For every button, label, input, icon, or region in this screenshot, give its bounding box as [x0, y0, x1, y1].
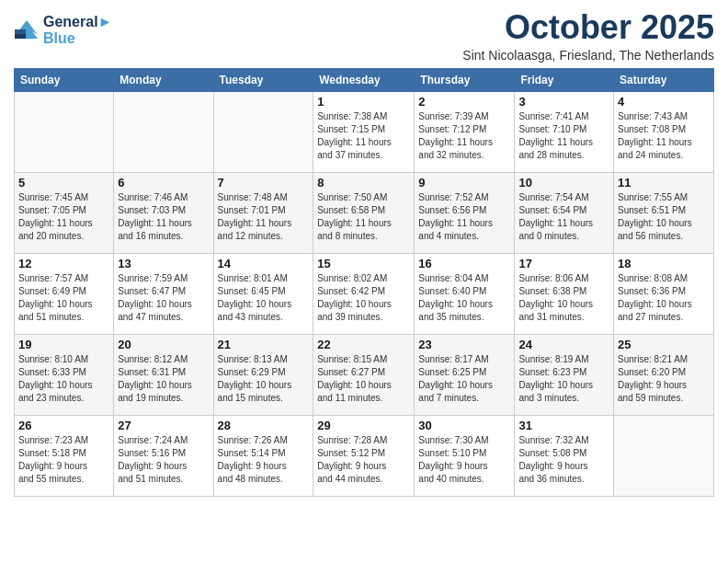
calendar-week-3: 19Sunrise: 8:10 AM Sunset: 6:33 PM Dayli…	[15, 334, 714, 415]
day-number: 1	[317, 95, 410, 109]
calendar-cell: 5Sunrise: 7:45 AM Sunset: 7:05 PM Daylig…	[15, 172, 114, 253]
day-number: 6	[118, 176, 209, 190]
day-number: 2	[418, 95, 510, 109]
calendar-cell: 26Sunrise: 7:23 AM Sunset: 5:18 PM Dayli…	[15, 415, 114, 496]
calendar-cell: 7Sunrise: 7:48 AM Sunset: 7:01 PM Daylig…	[213, 172, 313, 253]
day-info: Sunrise: 8:04 AM Sunset: 6:40 PM Dayligh…	[418, 272, 510, 324]
day-info: Sunrise: 7:23 AM Sunset: 5:18 PM Dayligh…	[18, 434, 109, 486]
calendar-cell: 15Sunrise: 8:02 AM Sunset: 6:42 PM Dayli…	[313, 253, 415, 334]
day-number: 5	[18, 176, 109, 190]
calendar-cell: 9Sunrise: 7:52 AM Sunset: 6:56 PM Daylig…	[415, 172, 515, 253]
calendar-cell: 25Sunrise: 8:21 AM Sunset: 6:20 PM Dayli…	[614, 334, 714, 415]
day-info: Sunrise: 7:54 AM Sunset: 6:54 PM Dayligh…	[518, 191, 609, 243]
logo: General► Blue	[14, 13, 112, 47]
day-info: Sunrise: 8:02 AM Sunset: 6:42 PM Dayligh…	[317, 272, 410, 324]
calendar-cell: 16Sunrise: 8:04 AM Sunset: 6:40 PM Dayli…	[415, 253, 515, 334]
day-info: Sunrise: 8:12 AM Sunset: 6:31 PM Dayligh…	[118, 353, 209, 405]
calendar-cell: 30Sunrise: 7:30 AM Sunset: 5:10 PM Dayli…	[415, 415, 515, 496]
calendar: Sunday Monday Tuesday Wednesday Thursday…	[14, 68, 714, 497]
day-number: 9	[418, 176, 510, 190]
day-info: Sunrise: 7:45 AM Sunset: 7:05 PM Dayligh…	[18, 191, 109, 243]
day-number: 31	[518, 419, 609, 432]
day-number: 12	[18, 257, 109, 270]
day-info: Sunrise: 7:59 AM Sunset: 6:47 PM Dayligh…	[118, 272, 209, 324]
calendar-cell: 21Sunrise: 8:13 AM Sunset: 6:29 PM Dayli…	[213, 334, 313, 415]
weekday-header-row: Sunday Monday Tuesday Wednesday Thursday…	[15, 68, 714, 91]
day-number: 14	[218, 257, 310, 270]
day-number: 27	[118, 419, 209, 432]
day-number: 11	[618, 176, 710, 190]
day-number: 18	[618, 257, 710, 270]
day-number: 25	[618, 338, 710, 351]
day-info: Sunrise: 8:10 AM Sunset: 6:33 PM Dayligh…	[18, 353, 109, 405]
header: General► Blue October 2025 Sint Nicolaas…	[14, 9, 714, 63]
page: General► Blue October 2025 Sint Nicolaas…	[0, 0, 728, 563]
day-number: 8	[317, 176, 410, 190]
title-block: October 2025 Sint Nicolaasga, Friesland,…	[462, 9, 714, 63]
day-number: 17	[518, 257, 609, 270]
day-number: 15	[317, 257, 410, 270]
header-wednesday: Wednesday	[313, 68, 415, 91]
calendar-cell: 3Sunrise: 7:41 AM Sunset: 7:10 PM Daylig…	[515, 91, 614, 172]
day-number: 28	[218, 419, 310, 432]
month-title: October 2025	[462, 9, 714, 46]
day-info: Sunrise: 7:32 AM Sunset: 5:08 PM Dayligh…	[518, 434, 609, 486]
calendar-cell: 24Sunrise: 8:19 AM Sunset: 6:23 PM Dayli…	[515, 334, 614, 415]
day-info: Sunrise: 7:55 AM Sunset: 6:51 PM Dayligh…	[618, 191, 710, 243]
day-info: Sunrise: 7:24 AM Sunset: 5:16 PM Dayligh…	[118, 434, 209, 486]
day-number: 7	[218, 176, 310, 190]
day-info: Sunrise: 8:08 AM Sunset: 6:36 PM Dayligh…	[618, 272, 710, 324]
calendar-cell: 1Sunrise: 7:38 AM Sunset: 7:15 PM Daylig…	[313, 91, 415, 172]
day-info: Sunrise: 7:48 AM Sunset: 7:01 PM Dayligh…	[218, 191, 310, 243]
day-info: Sunrise: 7:41 AM Sunset: 7:10 PM Dayligh…	[518, 110, 609, 162]
calendar-cell	[213, 91, 313, 172]
day-number: 13	[118, 257, 209, 270]
calendar-week-0: 1Sunrise: 7:38 AM Sunset: 7:15 PM Daylig…	[15, 91, 714, 172]
calendar-cell: 6Sunrise: 7:46 AM Sunset: 7:03 PM Daylig…	[114, 172, 213, 253]
day-info: Sunrise: 8:13 AM Sunset: 6:29 PM Dayligh…	[218, 353, 310, 405]
logo-text: General► Blue	[43, 13, 112, 47]
day-number: 10	[518, 176, 609, 190]
day-number: 29	[317, 419, 410, 432]
logo-icon	[14, 17, 40, 42]
header-friday: Friday	[515, 68, 614, 91]
calendar-cell: 10Sunrise: 7:54 AM Sunset: 6:54 PM Dayli…	[515, 172, 614, 253]
day-info: Sunrise: 8:21 AM Sunset: 6:20 PM Dayligh…	[618, 353, 710, 405]
day-number: 16	[418, 257, 510, 270]
day-info: Sunrise: 8:17 AM Sunset: 6:25 PM Dayligh…	[418, 353, 510, 405]
calendar-cell: 31Sunrise: 7:32 AM Sunset: 5:08 PM Dayli…	[515, 415, 614, 496]
day-number: 30	[418, 419, 510, 432]
day-info: Sunrise: 8:19 AM Sunset: 6:23 PM Dayligh…	[518, 353, 609, 405]
day-number: 20	[118, 338, 209, 351]
calendar-cell: 29Sunrise: 7:28 AM Sunset: 5:12 PM Dayli…	[313, 415, 415, 496]
day-info: Sunrise: 7:57 AM Sunset: 6:49 PM Dayligh…	[18, 272, 109, 324]
day-number: 24	[518, 338, 609, 351]
calendar-cell	[15, 91, 114, 172]
header-saturday: Saturday	[614, 68, 714, 91]
day-info: Sunrise: 8:01 AM Sunset: 6:45 PM Dayligh…	[218, 272, 310, 324]
day-number: 21	[218, 338, 310, 351]
svg-rect-3	[15, 29, 26, 34]
calendar-cell: 27Sunrise: 7:24 AM Sunset: 5:16 PM Dayli…	[114, 415, 213, 496]
day-info: Sunrise: 7:30 AM Sunset: 5:10 PM Dayligh…	[418, 434, 510, 486]
day-info: Sunrise: 8:06 AM Sunset: 6:38 PM Dayligh…	[518, 272, 609, 324]
header-thursday: Thursday	[415, 68, 515, 91]
day-info: Sunrise: 7:52 AM Sunset: 6:56 PM Dayligh…	[418, 191, 510, 243]
calendar-week-2: 12Sunrise: 7:57 AM Sunset: 6:49 PM Dayli…	[15, 253, 714, 334]
calendar-cell: 18Sunrise: 8:08 AM Sunset: 6:36 PM Dayli…	[614, 253, 714, 334]
day-info: Sunrise: 7:28 AM Sunset: 5:12 PM Dayligh…	[317, 434, 410, 486]
calendar-cell: 12Sunrise: 7:57 AM Sunset: 6:49 PM Dayli…	[15, 253, 114, 334]
day-info: Sunrise: 7:26 AM Sunset: 5:14 PM Dayligh…	[218, 434, 310, 486]
day-info: Sunrise: 7:43 AM Sunset: 7:08 PM Dayligh…	[618, 110, 710, 162]
day-number: 23	[418, 338, 510, 351]
calendar-cell: 8Sunrise: 7:50 AM Sunset: 6:58 PM Daylig…	[313, 172, 415, 253]
day-number: 4	[618, 95, 710, 109]
calendar-week-1: 5Sunrise: 7:45 AM Sunset: 7:05 PM Daylig…	[15, 172, 714, 253]
day-info: Sunrise: 7:46 AM Sunset: 7:03 PM Dayligh…	[118, 191, 209, 243]
calendar-cell: 19Sunrise: 8:10 AM Sunset: 6:33 PM Dayli…	[15, 334, 114, 415]
calendar-cell: 28Sunrise: 7:26 AM Sunset: 5:14 PM Dayli…	[213, 415, 313, 496]
header-tuesday: Tuesday	[213, 68, 313, 91]
calendar-cell: 20Sunrise: 8:12 AM Sunset: 6:31 PM Dayli…	[114, 334, 213, 415]
calendar-cell	[114, 91, 213, 172]
day-info: Sunrise: 8:15 AM Sunset: 6:27 PM Dayligh…	[317, 353, 410, 405]
